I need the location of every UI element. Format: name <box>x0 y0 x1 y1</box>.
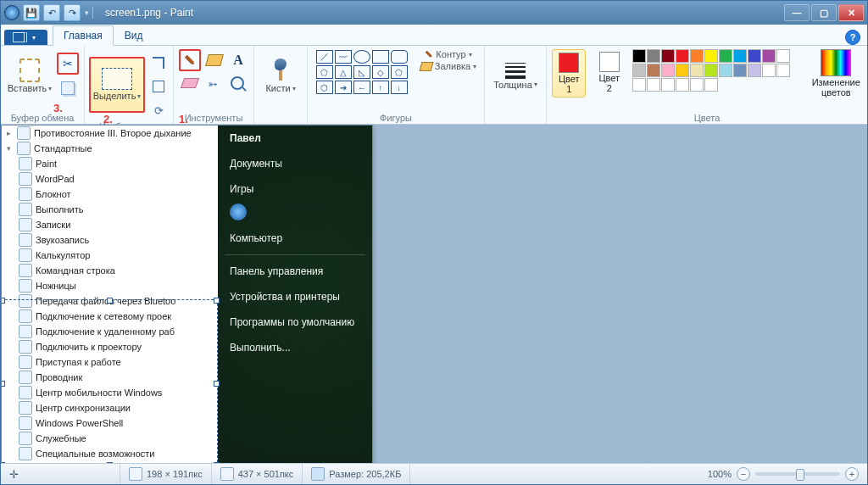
color-swatch[interactable] <box>632 49 646 63</box>
cut-button[interactable] <box>57 53 79 75</box>
picker-tool[interactable] <box>203 73 224 93</box>
file-menu-icon <box>13 32 27 42</box>
selection-handle[interactable] <box>1 462 5 463</box>
shape-rect[interactable] <box>372 50 389 64</box>
magnifier-tool[interactable] <box>227 73 248 93</box>
selection-handle[interactable] <box>1 381 5 387</box>
resize-button[interactable] <box>148 76 169 97</box>
qat-caret-icon[interactable]: ▾ <box>84 8 89 17</box>
shape-arrowL[interactable]: ← <box>353 81 370 94</box>
selection-size-icon <box>129 467 142 481</box>
shape-rtriangle[interactable]: ◺ <box>353 65 370 79</box>
shape-arrowR[interactable]: ➔ <box>335 81 352 94</box>
selection-handle[interactable] <box>107 298 113 304</box>
edit-colors-button[interactable]: Изменение цветов <box>810 49 862 98</box>
selection-handle[interactable] <box>214 381 220 387</box>
help-icon[interactable]: ? <box>845 30 860 45</box>
annotation-2: 2. <box>103 113 113 125</box>
computer-icon <box>230 203 247 220</box>
zoom-slider-thumb[interactable] <box>796 469 804 481</box>
undo-icon[interactable]: ↶ <box>43 4 60 21</box>
color-palette[interactable] <box>632 49 804 92</box>
color-swatch[interactable] <box>704 49 718 63</box>
color-swatch[interactable] <box>719 49 732 63</box>
brushes-button[interactable]: Кисти▾ <box>261 49 300 103</box>
color-swatch[interactable] <box>704 78 718 92</box>
color-swatch[interactable] <box>690 64 704 77</box>
selection-handle[interactable] <box>214 298 220 304</box>
tree-item: Калькулятор <box>2 248 218 263</box>
canvas[interactable]: ▸Противостояние III. Второе дыхание ▾Ста… <box>1 125 373 463</box>
color-swatch[interactable] <box>733 49 747 63</box>
select-button[interactable]: Выделить▾ <box>89 57 145 113</box>
tab-home[interactable]: Главная <box>53 25 114 46</box>
color-swatch[interactable] <box>776 49 790 63</box>
color-swatch[interactable] <box>632 78 646 92</box>
shape-arrowU[interactable]: ↑ <box>372 81 389 94</box>
color2-button[interactable]: Цвет 2 <box>593 49 625 96</box>
color-swatch[interactable] <box>676 49 689 63</box>
color-swatch[interactable] <box>690 78 704 92</box>
color-swatch[interactable] <box>661 64 675 77</box>
color-swatch[interactable] <box>733 64 747 77</box>
maximize-button[interactable]: ▢ <box>811 4 837 21</box>
rotate-button[interactable]: ⟳ <box>148 100 169 120</box>
shape-arrowD[interactable]: ↓ <box>391 81 408 94</box>
zoom-slider[interactable] <box>755 472 840 476</box>
brushes-label: Кисти <box>265 84 290 94</box>
color-swatch[interactable] <box>762 64 776 77</box>
zoom-in-button[interactable]: + <box>845 467 859 481</box>
shape-gallery[interactable]: ／ 〰 ⬠ △ ◺ ◇ ⬠ ⬡ ➔ ← ↑ ↓ <box>315 49 414 95</box>
color-swatch[interactable] <box>776 64 790 77</box>
color-swatch[interactable] <box>719 64 732 77</box>
selection-marquee[interactable] <box>1 299 218 463</box>
shape-fill-button[interactable]: Заливка▾ <box>420 61 476 71</box>
shape-oval[interactable] <box>353 50 370 64</box>
color-swatch[interactable] <box>647 78 660 92</box>
shape-pentagon[interactable]: ⬠ <box>391 65 408 79</box>
color-swatch[interactable] <box>661 49 675 63</box>
zoom-out-button[interactable]: − <box>737 467 750 481</box>
file-menu[interactable]: ▾ <box>4 30 47 45</box>
pencil-tool[interactable] <box>179 49 201 71</box>
color-swatch[interactable] <box>647 64 660 77</box>
color-swatch[interactable] <box>632 64 646 77</box>
crop-button[interactable] <box>148 53 169 73</box>
size-button[interactable]: Толщина▾ <box>492 49 538 103</box>
canvas-size-icon <box>220 467 234 481</box>
save-icon[interactable]: 💾 <box>23 4 40 21</box>
color-swatch[interactable] <box>762 49 776 63</box>
chevron-down-icon: ▾ <box>469 51 472 59</box>
shape-curve[interactable]: 〰 <box>335 50 352 64</box>
selection-handle[interactable] <box>107 462 113 463</box>
color-swatch[interactable] <box>676 64 689 77</box>
paste-button[interactable]: Вставить▾ <box>6 49 53 103</box>
text-tool[interactable]: A <box>228 50 248 70</box>
color-swatch[interactable] <box>647 49 660 63</box>
shape-polygon[interactable]: ⬠ <box>316 65 333 79</box>
tab-view[interactable]: Вид <box>114 25 154 45</box>
shape-outline-button[interactable]: Контур▾ <box>425 49 471 59</box>
selection-handle[interactable] <box>214 462 220 463</box>
minimize-button[interactable]: ― <box>784 4 810 21</box>
eraser-tool[interactable] <box>180 73 200 93</box>
color-swatch[interactable] <box>676 78 689 92</box>
shape-roundrect[interactable] <box>391 50 408 64</box>
color-swatch[interactable] <box>661 78 675 92</box>
shape-hexagon[interactable]: ⬡ <box>316 81 333 94</box>
selection-handle[interactable] <box>1 298 5 304</box>
shape-diamond[interactable]: ◇ <box>372 65 389 79</box>
color-swatch[interactable] <box>748 64 761 77</box>
color1-button[interactable]: Цвет 1 <box>552 49 586 98</box>
shape-line[interactable]: ／ <box>316 50 333 64</box>
fill-tool[interactable] <box>204 50 225 70</box>
shape-triangle[interactable]: △ <box>335 65 352 79</box>
close-button[interactable]: ✕ <box>838 4 864 21</box>
redo-icon[interactable]: ↷ <box>64 4 81 21</box>
copy-button[interactable] <box>58 78 78 98</box>
scissors-icon <box>63 57 73 70</box>
color-swatch[interactable] <box>748 49 761 63</box>
canvas-area[interactable]: ✛ ▸Противостояние III. Второе дыхание ▾С… <box>1 125 867 463</box>
color-swatch[interactable] <box>690 49 704 63</box>
color-swatch[interactable] <box>704 64 718 77</box>
